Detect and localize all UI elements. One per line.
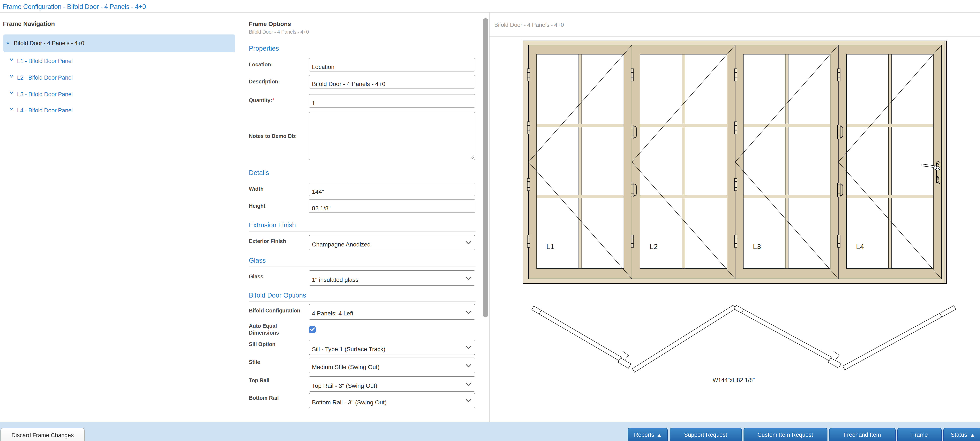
svg-text:L2: L2 [649, 243, 658, 251]
svg-text:W144"xH82 1/8": W144"xH82 1/8" [713, 377, 755, 383]
svg-text:L1: L1 [546, 243, 554, 251]
svg-text:L4: L4 [856, 243, 864, 251]
svg-text:L3: L3 [753, 243, 761, 251]
